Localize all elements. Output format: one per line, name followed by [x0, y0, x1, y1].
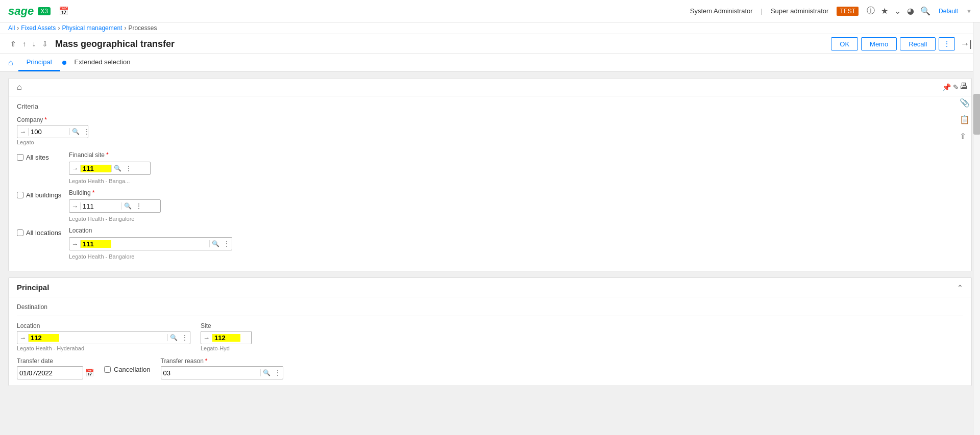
dest-location-dots-icon[interactable]: ⋮: [180, 334, 190, 341]
section-home-icon[interactable]: ⌂: [13, 81, 26, 94]
exit-button[interactable]: →|: [960, 37, 972, 50]
company-group: Company * → 🔍 ⋮ Legato: [17, 116, 963, 145]
page-header: ⇧ ↑ ↓ ⇩ Mass geographical transfer OK Me…: [0, 34, 980, 54]
dest-location-group: Location → 🔍 ⋮ Legato Health - Hyderabad: [17, 322, 190, 351]
all-buildings-checkbox[interactable]: [17, 192, 23, 198]
main-content: ⌂ 📌 ✎ ⌃ Criteria Company * → 🔍 ⋮ Leg: [0, 72, 980, 392]
star-icon[interactable]: ★: [881, 6, 888, 16]
all-sites-label: All sites: [26, 153, 49, 161]
building-label: Building *: [69, 189, 161, 196]
criteria-content: Criteria Company * → 🔍 ⋮ Legato: [9, 96, 971, 271]
dest-site-group: Site → Legato-Hyd: [201, 322, 252, 351]
tab-principal[interactable]: Principal: [18, 54, 60, 71]
all-locations-label: All locations: [26, 229, 61, 237]
ok-button[interactable]: OK: [831, 37, 858, 50]
building-search-icon[interactable]: 🔍: [121, 202, 134, 210]
logo-area: sage X3: [8, 5, 51, 18]
dest-location-input[interactable]: [29, 334, 59, 342]
arrow-icon: →: [17, 128, 29, 136]
attach-icon[interactable]: 📎: [960, 98, 970, 108]
all-locations-checkbox[interactable]: [17, 229, 23, 236]
company-sub: Legato: [17, 139, 963, 145]
principal-section: Principal ⌃ Destination Location → 🔍 ⋮ L…: [8, 277, 972, 386]
scrollbar[interactable]: [973, 22, 980, 392]
calendar-icon[interactable]: 📅: [59, 6, 69, 16]
upload-icon[interactable]: ⇧: [960, 132, 970, 141]
chevron-down-icon[interactable]: ⌄: [894, 6, 901, 16]
principal-title: Principal: [17, 283, 49, 292]
transfer-reason-label: Transfer reason *: [161, 357, 283, 365]
all-sites-checkbox[interactable]: [17, 154, 23, 161]
edit-icon[interactable]: ✎: [953, 83, 959, 91]
nav-last[interactable]: ⇩: [40, 39, 50, 49]
cancellation-group: Cancellation: [104, 357, 151, 379]
company-label: Company *: [17, 116, 963, 123]
tabs: ⌂ Principal Extended selection: [0, 54, 980, 72]
dest-location-search-icon[interactable]: 🔍: [167, 334, 180, 341]
nav-first[interactable]: ⇧: [8, 39, 18, 49]
recall-button[interactable]: Recall: [900, 37, 936, 50]
transfer-row: Transfer date 📅 Cancellation: [17, 357, 963, 379]
location-dots-icon[interactable]: ⋮: [222, 240, 232, 247]
dest-site-label: Site: [201, 322, 252, 329]
arrow-icon: →: [69, 165, 81, 172]
help-icon[interactable]: ⓘ: [867, 6, 875, 16]
cancellation-label: Cancellation: [114, 366, 151, 373]
dest-location-input-wrapper: → 🔍 ⋮: [17, 331, 190, 344]
transfer-date-input-wrapper: [17, 366, 83, 379]
building-input-wrapper: → 🔍 ⋮: [69, 199, 161, 213]
cancellation-checkbox[interactable]: [104, 366, 111, 373]
location-group: Location → 🔍 ⋮ Legato Health - Bangalore: [69, 227, 232, 260]
financial-site-input-wrapper: → 🔍 ⋮: [69, 162, 151, 175]
more-button[interactable]: ⋮: [939, 37, 955, 50]
location-input[interactable]: [81, 240, 111, 248]
nav-up[interactable]: ↑: [20, 39, 28, 49]
transfer-reason-input[interactable]: [161, 369, 187, 377]
company-search-icon[interactable]: 🔍: [69, 128, 82, 135]
dest-site-input[interactable]: [212, 334, 240, 342]
breadcrumb-all[interactable]: All: [8, 24, 15, 32]
collapse-principal-icon[interactable]: ⌃: [957, 284, 963, 292]
tab-extended-selection[interactable]: Extended selection: [66, 54, 139, 71]
transfer-reason-dots-icon[interactable]: ⋮: [273, 369, 283, 376]
financial-site-input[interactable]: [81, 165, 111, 172]
financial-site-dots-icon[interactable]: ⋮: [124, 165, 134, 172]
search-icon[interactable]: 🔍: [920, 6, 930, 16]
financial-site-group: Financial site * → 🔍 ⋮ Legato Health - B…: [69, 151, 151, 184]
financial-site-label: Financial site *: [69, 151, 151, 159]
calendar-icon-date[interactable]: 📅: [85, 369, 94, 377]
all-locations-checkbox-wrapper: All locations: [17, 229, 63, 237]
building-group: Building * → 🔍 ⋮ Legato Health - Bangalo…: [69, 189, 161, 222]
home-tab-icon[interactable]: ⌂: [8, 58, 13, 67]
memo-button[interactable]: Memo: [861, 37, 897, 50]
print-icon[interactable]: 🖶: [960, 82, 970, 91]
building-input[interactable]: [81, 202, 121, 210]
location-sub: Legato Health - Bangalore: [69, 253, 232, 260]
financial-site-search-icon[interactable]: 🔍: [111, 165, 124, 172]
breadcrumb-fixed-assets[interactable]: Fixed Assets: [21, 24, 56, 32]
default-link[interactable]: Default: [939, 8, 958, 15]
scroll-thumb[interactable]: [973, 94, 980, 135]
note-icon[interactable]: 📋: [960, 115, 970, 124]
pin-icon[interactable]: 📌: [942, 83, 951, 91]
all-buildings-checkbox-wrapper: All buildings: [17, 191, 63, 199]
transfer-date-input[interactable]: [17, 369, 68, 377]
breadcrumb-physical-management[interactable]: Physical management: [62, 24, 122, 32]
transfer-reason-group: Transfer reason * 🔍 ⋮: [161, 357, 283, 379]
company-dots-icon[interactable]: ⋮: [82, 128, 88, 135]
default-dropdown[interactable]: ▼: [966, 8, 972, 14]
building-dots-icon[interactable]: ⋮: [134, 202, 144, 210]
nav-down[interactable]: ↓: [30, 39, 38, 49]
company-input-wrapper: → 🔍 ⋮: [17, 125, 88, 138]
compass-icon[interactable]: ◕: [907, 6, 914, 16]
company-input[interactable]: [29, 128, 69, 136]
principal-header: Principal ⌃: [9, 278, 971, 297]
criteria-heading: Criteria: [17, 103, 963, 110]
sites-row: All sites Financial site * → 🔍 ⋮ Legato …: [17, 151, 963, 184]
sage-logo: sage: [8, 5, 34, 18]
arrow-icon: →: [69, 240, 81, 248]
principal-content: Destination Location → 🔍 ⋮ Legato Health…: [9, 297, 971, 386]
location-search-icon[interactable]: 🔍: [209, 240, 222, 247]
locations-row: All locations Location → 🔍 ⋮ Legato Heal…: [17, 227, 963, 260]
transfer-reason-search-icon[interactable]: 🔍: [260, 369, 273, 376]
